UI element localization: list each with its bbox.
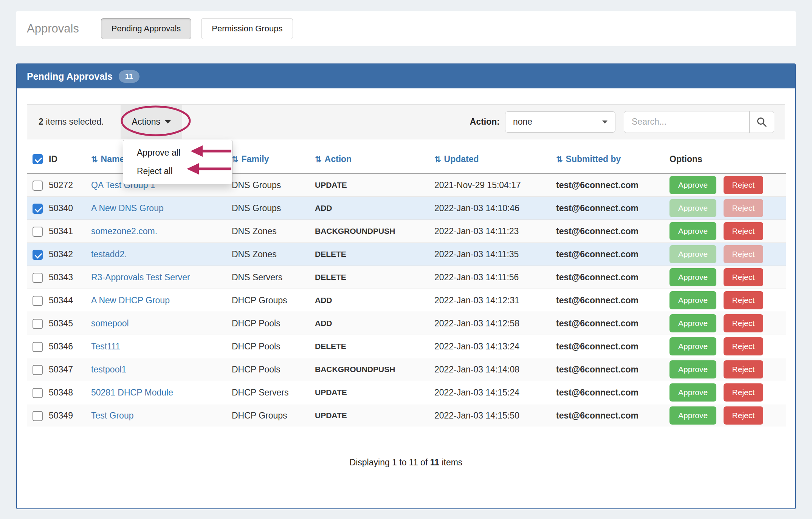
approve-button[interactable]: Approve [669, 176, 716, 194]
action-select[interactable]: none [505, 111, 615, 133]
row-checkbox[interactable] [33, 411, 43, 421]
menu-item-approve-all[interactable]: Approve all [123, 144, 232, 162]
panel-title: Pending Approvals [27, 71, 113, 82]
row-id: 50342 [49, 243, 91, 266]
row-checkbox[interactable] [33, 181, 43, 191]
reject-button[interactable]: Reject [724, 314, 764, 332]
row-checkbox[interactable] [33, 296, 43, 306]
reject-button[interactable]: Reject [724, 222, 764, 240]
col-header-submitted-by[interactable]: ⇅Submitted by [556, 139, 669, 174]
row-name-link[interactable]: testpool1 [91, 365, 126, 374]
row-name-link[interactable]: testadd2. [91, 249, 127, 259]
footer-total: 11 [430, 457, 439, 467]
row-action: UPDATE [315, 174, 434, 197]
row-checkbox[interactable] [33, 204, 43, 214]
row-updated: 2022-Jan-03 14:13:24 [434, 335, 556, 358]
selected-items-text: 2 items selected. [39, 117, 104, 127]
menu-item-reject-all[interactable]: Reject all [123, 162, 232, 181]
row-family: DNS Zones [232, 243, 315, 266]
approve-button[interactable]: Approve [669, 383, 716, 402]
row-name-link[interactable]: 50281 DHCP Module [91, 388, 173, 397]
reject-button[interactable]: Reject [724, 176, 764, 194]
row-action: UPDATE [315, 381, 434, 404]
row-action: ADD [315, 312, 434, 335]
row-action: BACKGROUNDPUSH [315, 358, 434, 381]
row-checkbox[interactable] [33, 388, 43, 398]
row-name-link[interactable]: somezone2.com. [91, 226, 157, 236]
row-checkbox[interactable] [33, 227, 43, 237]
row-name-link[interactable]: A New DNS Group [91, 203, 164, 213]
search-button[interactable] [749, 111, 774, 133]
table-row: 50348 50281 DHCP Module DHCP Servers UPD… [27, 381, 786, 404]
row-checkbox[interactable] [33, 250, 43, 260]
row-checkbox[interactable] [33, 342, 43, 352]
approve-button[interactable]: Approve [669, 199, 716, 217]
reject-button[interactable]: Reject [724, 291, 764, 309]
row-checkbox[interactable] [33, 365, 43, 375]
row-id: 50341 [49, 220, 91, 243]
actions-dropdown-button[interactable]: Actions [121, 105, 182, 139]
row-family: DNS Zones [232, 220, 315, 243]
approve-button[interactable]: Approve [669, 337, 716, 355]
row-family: DNS Groups [232, 197, 315, 220]
row-checkbox[interactable] [33, 319, 43, 329]
sort-icon: ⇅ [315, 155, 322, 164]
row-action: ADD [315, 289, 434, 312]
selected-suffix: items selected. [46, 117, 104, 127]
row-id: 50272 [49, 174, 91, 197]
row-updated: 2022-Jan-03 14:14:08 [434, 358, 556, 381]
reject-button[interactable]: Reject [724, 245, 764, 263]
panel-header: Pending Approvals 11 [17, 64, 795, 88]
approve-button[interactable]: Approve [669, 245, 716, 263]
search-group [624, 111, 774, 133]
row-updated: 2022-Jan-03 14:11:35 [434, 243, 556, 266]
reject-button[interactable]: Reject [724, 337, 764, 355]
row-name-link[interactable]: somepool [91, 318, 129, 328]
row-submitted-by: test@6connect.com [556, 335, 669, 358]
caret-down-icon [165, 120, 171, 124]
approve-button[interactable]: Approve [669, 222, 716, 240]
tab-pending-approvals[interactable]: Pending Approvals [101, 18, 191, 39]
table-row: 50342 testadd2. DNS Zones DELETE 2022-Ja… [27, 243, 786, 266]
row-id: 50343 [49, 266, 91, 289]
approve-button[interactable]: Approve [669, 291, 716, 309]
row-family: DHCP Pools [232, 358, 315, 381]
approve-button[interactable]: Approve [669, 314, 716, 332]
col-header-updated[interactable]: ⇅Updated [434, 139, 556, 174]
approve-button[interactable]: Approve [669, 268, 716, 286]
reject-button[interactable]: Reject [724, 268, 764, 286]
row-family: DHCP Pools [232, 335, 315, 358]
reject-button[interactable]: Reject [724, 199, 764, 217]
row-updated: 2022-Jan-03 14:11:56 [434, 266, 556, 289]
select-all-checkbox[interactable] [33, 154, 43, 164]
reject-button[interactable]: Reject [724, 406, 764, 425]
row-submitted-by: test@6connect.com [556, 381, 669, 404]
reject-button[interactable]: Reject [724, 360, 764, 378]
row-action: BACKGROUNDPUSH [315, 220, 434, 243]
search-input[interactable] [624, 111, 749, 133]
count-badge: 11 [119, 70, 139, 83]
row-family: DHCP Groups [232, 289, 315, 312]
col-header-family[interactable]: ⇅Family [232, 139, 315, 174]
row-family: DHCP Pools [232, 312, 315, 335]
row-updated: 2022-Jan-03 14:12:58 [434, 312, 556, 335]
row-name-link[interactable]: R3-Approvals Test Server [91, 272, 190, 282]
sort-icon: ⇅ [232, 155, 239, 164]
table-row: 50349 Test Group DHCP Groups UPDATE 2022… [27, 404, 786, 427]
row-submitted-by: test@6connect.com [556, 197, 669, 220]
row-name-link[interactable]: Test Group [91, 411, 134, 420]
col-header-action[interactable]: ⇅Action [315, 139, 434, 174]
toolbar-right: Action: none [470, 111, 774, 133]
row-checkbox[interactable] [33, 273, 43, 283]
panel-body: 2 items selected. Actions Action: none [17, 88, 795, 468]
tab-permission-groups[interactable]: Permission Groups [201, 18, 293, 39]
row-name-link[interactable]: Test111 [91, 341, 120, 351]
reject-button[interactable]: Reject [724, 383, 764, 402]
row-submitted-by: test@6connect.com [556, 404, 669, 427]
row-name-link[interactable]: A New DHCP Group [91, 295, 170, 305]
row-id: 50349 [49, 404, 91, 427]
approve-button[interactable]: Approve [669, 360, 716, 378]
page-title: Approvals [27, 22, 79, 36]
approve-button[interactable]: Approve [669, 406, 716, 425]
row-family: DHCP Servers [232, 381, 315, 404]
